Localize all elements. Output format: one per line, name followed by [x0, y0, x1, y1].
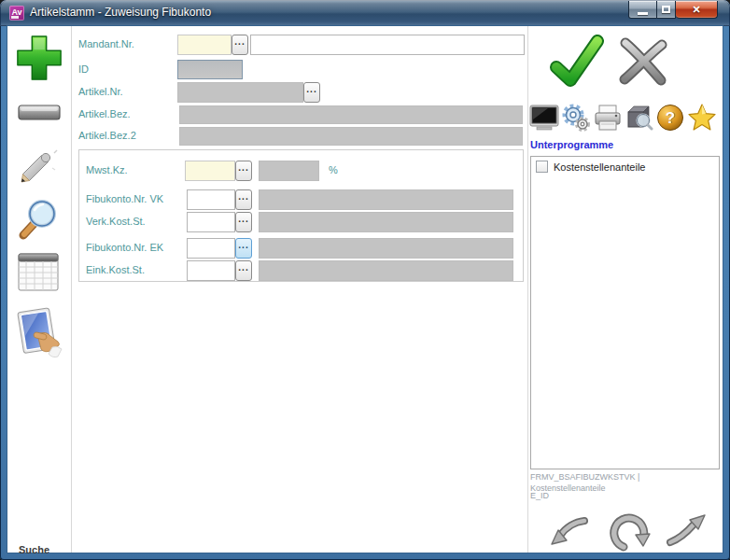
help-button[interactable]: ? ?: [655, 103, 685, 133]
fibukonto-vk-name-field: [259, 189, 513, 210]
eink-kost-st-browse-button[interactable]: ...: [235, 260, 252, 281]
toolbar-divider: [71, 26, 72, 553]
artikel-bez2-field: [179, 127, 523, 146]
arrow-back-icon: [549, 515, 588, 549]
mandant-nr-browse-button[interactable]: ...: [232, 35, 248, 55]
star-icon: [687, 103, 717, 133]
fibukonto-ek-input[interactable]: [187, 238, 235, 259]
touch-screen-icon: [13, 306, 67, 362]
id-field: [177, 60, 243, 79]
preview-search-button[interactable]: [624, 103, 653, 133]
mandant-name-input[interactable]: [250, 35, 525, 55]
artikel-nr-browse-button[interactable]: ...: [303, 82, 320, 103]
select-screen-button[interactable]: [13, 306, 67, 362]
maximize-button[interactable]: [657, 1, 676, 19]
field-label-id: ID: [78, 63, 89, 75]
nav-forward-button[interactable]: [665, 511, 708, 547]
subprograms-title: Unterprogramme: [530, 139, 613, 150]
field-label-artikel-nr: Artikel.Nr.: [78, 86, 123, 97]
mandant-nr-input[interactable]: [177, 35, 232, 55]
svg-text:?: ?: [666, 109, 675, 127]
add-record-button[interactable]: [15, 34, 63, 84]
window-content: Suche Mandant.Nr. ... ID Artikel.Nr. ...…: [7, 26, 723, 553]
search-record-button[interactable]: [15, 198, 60, 241]
x-icon: [616, 37, 670, 86]
field-label-artikel-bez2: Artikel.Bez.2: [78, 130, 136, 141]
subprograms-listbox[interactable]: Kostenstellenanteile: [530, 156, 720, 469]
pencil-icon: [13, 146, 62, 190]
close-button[interactable]: ✕: [676, 1, 718, 19]
kostenstellenanteile-checkbox[interactable]: [536, 161, 548, 173]
fibukonto-vk-browse-button[interactable]: ...: [235, 189, 252, 210]
window-title: Artikelstamm - Zuweisung Fibukonto: [30, 0, 211, 26]
checkmark-icon: [547, 34, 605, 88]
verk-kost-st-input[interactable]: [187, 212, 235, 232]
archive-search-icon: [624, 103, 653, 133]
mwst-kz-input[interactable]: [185, 161, 235, 181]
status-line-1: FRMV_BSAFIBUZWKSTVK |: [530, 472, 639, 482]
refresh-icon: [609, 508, 653, 553]
search-footer-label: Suche: [19, 544, 49, 555]
favorites-button[interactable]: [687, 103, 717, 133]
print-button[interactable]: [593, 103, 623, 133]
search-icon: [15, 198, 60, 241]
delete-record-button[interactable]: [17, 101, 62, 125]
fibukonto-ek-name-field: [259, 238, 513, 259]
artikel-nr-field: [177, 82, 303, 103]
nav-back-button[interactable]: [549, 515, 588, 549]
app-window: Av Artikelstamm - Zuweisung Fibukonto ✕: [0, 0, 730, 560]
field-label-artikel-bez: Artikel.Bez.: [78, 108, 131, 119]
printer-icon: [593, 103, 623, 133]
artikel-bez-field: [179, 105, 523, 124]
verk-kost-st-browse-button[interactable]: ...: [235, 212, 252, 232]
monitor-icon: [529, 105, 559, 131]
edit-record-button[interactable]: [13, 146, 62, 190]
ok-button[interactable]: [547, 34, 605, 88]
list-item-label: Kostenstellenanteile: [554, 161, 645, 173]
screen-view-button[interactable]: [529, 105, 559, 131]
field-label-fibukonto-vk: Fibukonto.Nr. VK: [86, 193, 163, 204]
field-label-fibukonto-ek: Fibukonto.Nr. EK: [86, 242, 163, 253]
eink-kost-st-name-field: [259, 260, 513, 281]
minimize-button[interactable]: [628, 1, 657, 19]
gear-icon: [561, 103, 591, 133]
help-icon: ? ?: [655, 103, 685, 133]
mwst-kz-browse-button[interactable]: ...: [235, 161, 252, 181]
plus-icon: [15, 34, 63, 84]
field-label-mandant-nr: Mandant.Nr.: [78, 38, 134, 49]
panel-divider: [527, 26, 528, 553]
verk-kost-st-name-field: [259, 212, 513, 232]
title-bar[interactable]: Av Artikelstamm - Zuweisung Fibukonto ✕: [0, 0, 730, 26]
table-icon: [17, 250, 61, 294]
arrow-forward-icon: [665, 511, 708, 547]
list-records-button[interactable]: [17, 250, 61, 294]
percent-label: %: [329, 164, 338, 175]
list-item[interactable]: Kostenstellenanteile: [531, 157, 719, 173]
field-label-mwst-kz: Mwst.Kz.: [86, 164, 128, 175]
status-line-3: E_ID: [530, 491, 549, 500]
app-icon: Av: [9, 6, 24, 21]
field-label-eink-kost-st: Eink.Kost.St.: [86, 264, 145, 275]
minus-icon: [17, 101, 62, 125]
window-controls: ✕: [628, 1, 718, 19]
field-label-verk-kost-st: Verk.Kost.St.: [86, 216, 146, 227]
nav-refresh-button[interactable]: [609, 508, 653, 553]
settings-button[interactable]: [561, 103, 591, 133]
minimize-icon: [638, 12, 648, 15]
fibukonto-ek-browse-button[interactable]: ...: [235, 238, 252, 259]
cancel-button[interactable]: [616, 37, 670, 86]
close-icon: ✕: [692, 1, 700, 19]
maximize-icon: [662, 6, 670, 13]
mwst-prozent-field: [259, 161, 319, 181]
fibukonto-vk-input[interactable]: [187, 189, 235, 210]
eink-kost-st-input[interactable]: [187, 260, 235, 281]
